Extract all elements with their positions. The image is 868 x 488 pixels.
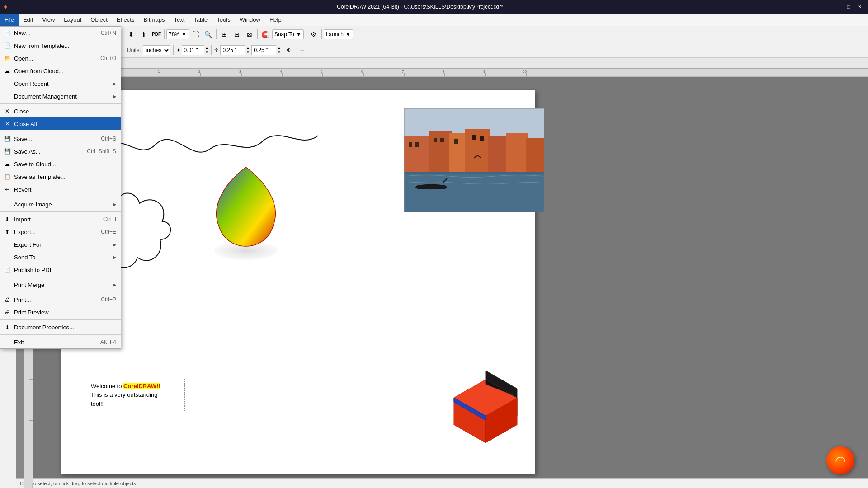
file-menu-item-print-preview[interactable]: 🖨Print Preview... [0, 306, 121, 319]
file-menu-item-close-all[interactable]: ✕Close All [0, 117, 121, 130]
menu-help[interactable]: Help [265, 14, 286, 26]
nudge-spinner[interactable]: ▲ ▼ [205, 46, 209, 54]
publish-pdf-icon: 📄 [3, 266, 11, 274]
nudge-icon: ✦ [176, 47, 181, 53]
svg-rect-50 [454, 139, 458, 144]
zoom-dropdown[interactable]: 78% ▼ [166, 29, 189, 39]
tb-align[interactable]: ⊠ [244, 28, 255, 40]
launch-dropdown[interactable]: Launch ▼ [324, 29, 353, 39]
save-shortcut: Ctrl+S [101, 136, 116, 142]
x-spinner[interactable]: ▲ ▼ [246, 46, 250, 54]
file-menu-item-save-as[interactable]: 💾Save As...Ctrl+Shift+S [0, 145, 121, 158]
snap-dropdown[interactable]: Snap To ▼ [272, 29, 304, 39]
menu-edit[interactable]: Edit [19, 14, 38, 26]
tb-sep6 [257, 29, 258, 39]
svg-rect-41 [449, 133, 467, 172]
file-menu-item-open[interactable]: 📂Open...Ctrl+O [0, 52, 121, 65]
file-menu-item-open-recent[interactable]: Open Recent▶ [0, 77, 121, 90]
file-menu-item-print-merge[interactable]: Print Merge▶ [0, 278, 121, 291]
tb2-transform[interactable]: ⊕ [283, 44, 294, 56]
title-bar: ♦ CorelDRAW 2021 (64-Bit) - C:\Users\SKI… [0, 0, 868, 14]
file-menu-item-close[interactable]: ✕Close [0, 105, 121, 117]
close-all-icon: ✕ [3, 120, 11, 128]
minimize-button[interactable]: ─ [833, 3, 843, 11]
file-menu-item-open-cloud[interactable]: ☁Open from Cloud... [0, 65, 121, 77]
menu-tools[interactable]: Tools [212, 14, 235, 26]
menu-window[interactable]: Window [235, 14, 265, 26]
publish-pdf-label: Publish to PDF [14, 267, 116, 273]
menu-file[interactable]: File [0, 14, 19, 26]
canvas-area: -1 0 1 2 3 4 5 6 7 [16, 69, 868, 488]
file-menu-item-doc-props[interactable]: ℹDocument Properties... [0, 321, 121, 333]
y-input[interactable] [251, 45, 276, 55]
nudge-up[interactable]: ▲ [205, 46, 209, 50]
venice-image [404, 108, 544, 212]
menu-separator [0, 277, 121, 277]
tb-zoom-out[interactable]: 🔍 [203, 28, 214, 40]
svg-rect-42 [465, 129, 490, 172]
file-menu-item-doc-mgmt[interactable]: Document Management▶ [0, 90, 121, 103]
open-cloud-icon: ☁ [3, 67, 11, 75]
y-group: ▲ ▼ [251, 45, 281, 55]
file-menu-item-publish-pdf[interactable]: 📄Publish to PDF [0, 263, 121, 276]
file-menu-item-save-cloud[interactable]: ☁Save to Cloud... [0, 158, 121, 170]
menu-effects[interactable]: Effects [112, 14, 139, 26]
close-button[interactable]: ✕ [854, 3, 864, 11]
file-menu-item-save[interactable]: 💾Save...Ctrl+S [0, 132, 121, 145]
file-menu-item-save-template[interactable]: 📋Save as Template... [0, 170, 121, 183]
menu-layout[interactable]: Layout [59, 14, 86, 26]
tb-import[interactable]: ⬇ [125, 28, 137, 40]
maximize-button[interactable]: □ [844, 3, 854, 11]
send-to-label: Send To [14, 254, 113, 261]
file-menu-item-import[interactable]: ⬇Import...Ctrl+I [0, 213, 121, 225]
svg-rect-47 [415, 142, 419, 147]
doc-mgmt-arrow: ▶ [113, 94, 116, 99]
menu-table[interactable]: Table [189, 14, 212, 26]
tb-settings[interactable]: ⚙ [308, 28, 320, 40]
tb-snap[interactable]: 🧲 [259, 28, 271, 40]
doc-tabs: MyProject.cdr* ✕ + [0, 58, 868, 69]
zoom-value: 78% [169, 31, 179, 38]
x-input[interactable] [220, 45, 245, 55]
svg-rect-44 [506, 133, 528, 172]
file-menu-item-export[interactable]: ⬆Export...Ctrl+E [0, 225, 121, 238]
menu-text[interactable]: Text [169, 14, 189, 26]
menu-bitmaps[interactable]: Bitmaps [139, 14, 169, 26]
nudge-group: ✦ ▲ ▼ [176, 45, 209, 55]
zoom-arrow: ▼ [181, 31, 187, 38]
file-menu-item-send-to[interactable]: Send To▶ [0, 251, 121, 263]
file-menu-item-acquire[interactable]: Acquire Image▶ [0, 198, 121, 211]
units-select[interactable]: inches mm cm px [143, 45, 170, 55]
export-for-label: Export For [14, 241, 113, 248]
y-up[interactable]: ▲ [277, 46, 281, 50]
menu-separator [0, 334, 121, 335]
import-label: Import... [14, 216, 103, 223]
menu-view[interactable]: View [38, 14, 59, 26]
file-menu-item-revert[interactable]: ↩Revert [0, 183, 121, 196]
menu-object[interactable]: Object [86, 14, 112, 26]
nudge-down[interactable]: ▼ [205, 50, 209, 54]
tb-pdf[interactable]: PDF [151, 28, 162, 40]
print-label: Print... [14, 296, 101, 303]
revert-icon: ↩ [3, 185, 11, 193]
tb-export[interactable]: ⬆ [138, 28, 150, 40]
file-menu-item-exit[interactable]: ExitAlt+F4 [0, 336, 121, 348]
toolbar1: 📄 📂 💾 🖨 ✂ 📋 📌 ↩ ↪ ⬇ ⬆ PDF 78% ▼ ⛶ 🔍 ⊞ ⊟ … [0, 26, 868, 42]
svg-rect-53 [404, 172, 544, 212]
print-icon: 🖨 [3, 296, 11, 304]
nudge-input[interactable] [182, 45, 204, 55]
tb-grid[interactable]: ⊞ [218, 28, 230, 40]
file-menu-item-new-template[interactable]: 📄New from Template... [0, 39, 121, 52]
open-label: Open... [14, 55, 100, 62]
y-spinner[interactable]: ▲ ▼ [277, 46, 281, 54]
tb-full-screen[interactable]: ⛶ [190, 28, 202, 40]
file-menu-item-export-for[interactable]: Export For▶ [0, 238, 121, 251]
tb-table[interactable]: ⊟ [231, 28, 243, 40]
teardrop-shape [201, 163, 291, 262]
tb2-add[interactable]: + [296, 44, 308, 56]
file-menu-item-new[interactable]: 📄New...Ctrl+N [0, 27, 121, 39]
x-down[interactable]: ▼ [246, 50, 250, 54]
file-menu-item-print[interactable]: 🖨Print...Ctrl+P [0, 293, 121, 306]
x-up[interactable]: ▲ [246, 46, 250, 50]
y-down[interactable]: ▼ [277, 50, 281, 54]
